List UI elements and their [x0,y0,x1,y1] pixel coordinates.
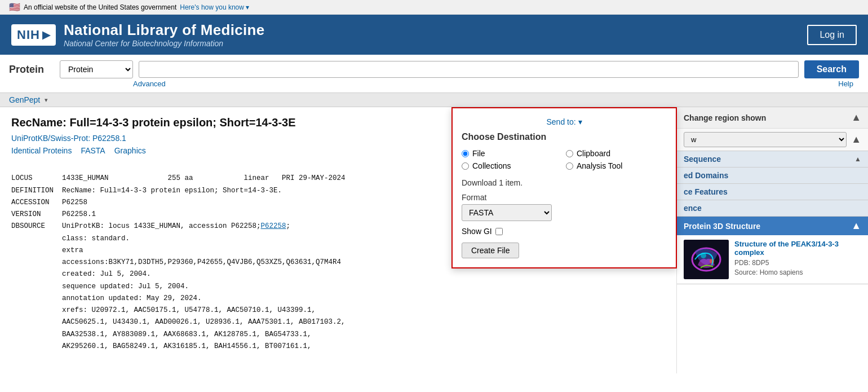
file-option[interactable]: File [462,149,563,158]
change-region-label: Change region shown [684,113,766,122]
file-label: File [472,149,485,158]
domains-section: ed Domains [677,168,868,184]
domains-section-title: ed Domains [684,171,728,180]
nih-logo[interactable]: NIH ▶ [11,24,56,46]
advanced-link[interactable]: Advanced [133,80,166,88]
nih-logo-text: NIH [17,28,40,42]
flag-icon: 🇺🇸 [9,2,20,12]
row-dropdown-collapse[interactable]: ▲ [851,134,861,146]
nih-logo-area: NIH ▶ National Library of Medicine Natio… [11,21,264,48]
change-region-collapse[interactable]: ▲ [851,112,861,124]
pdb-label: PDB: 8DP5 [734,258,861,268]
send-to-popup: Send to: ▾ Choose Destination File Clipb… [451,107,677,268]
domains-section-header[interactable]: ed Domains [677,168,868,183]
help-link[interactable]: Help [838,80,859,88]
row-dropdown-panel: w ▲ [677,129,868,151]
destination-options: File Clipboard Collections Analysis Tool [462,149,667,170]
search-button[interactable]: Search [804,60,859,78]
svg-point-3 [710,259,714,263]
show-gi-row: Show GI [462,227,667,236]
analysis-tool-option[interactable]: Analysis Tool [566,161,667,170]
sequence-section-header[interactable]: Sequence ▲ [677,151,868,167]
file-radio[interactable] [462,150,469,157]
ence-section-title: ence [684,204,702,213]
graphics-link[interactable]: Graphics [114,146,146,155]
show-gi-checkbox[interactable] [495,228,503,235]
ence-section-header[interactable]: ence [677,200,868,216]
clipboard-option[interactable]: Clipboard [566,149,667,158]
genpept-link[interactable]: GenPept [9,95,40,104]
right-sidebar: Send to: ▾ Choose Destination File Clipb… [676,107,868,373]
nih-arrow-icon: ▶ [42,29,50,41]
protein-3d-content: Structure of the PEAK3/14-3-3 complex PD… [677,235,868,284]
send-to-dropdown[interactable]: Send to: ▾ [462,117,667,126]
download-info: Download 1 item. [462,178,667,187]
search-input[interactable] [139,61,799,78]
features-section-title: ce Features [684,187,728,196]
analysis-tool-radio[interactable] [566,162,573,170]
create-file-button[interactable]: Create File [462,243,519,258]
genpept-dropdown-arrow: ▾ [45,96,48,104]
search-area: Protein Protein Search Advanced Help [0,55,868,93]
choose-dest-title: Choose Destination [462,132,667,142]
protein-3d-info: Structure of the PEAK3/14-3-3 complex PD… [734,240,861,279]
collections-radio[interactable] [462,162,469,170]
search-links: Advanced Help [9,78,859,90]
features-section-header[interactable]: ce Features [677,184,868,200]
fasta-link[interactable]: FASTA [81,146,105,155]
source-label: Source: Homo sapiens [734,268,861,278]
nih-header: NIH ▶ National Library of Medicine Natio… [0,15,868,55]
gov-banner-text: An official website of the United States… [24,3,176,11]
sequence-section-title: Sequence [684,155,721,164]
nih-subtitle: National Center for Biotechnology Inform… [64,39,265,48]
sub-header: GenPept ▾ [0,93,868,107]
gov-banner: 🇺🇸 An official website of the United Sta… [0,0,868,15]
nih-title: National Library of Medicine [64,21,265,39]
collections-label: Collections [472,161,511,170]
uniprot-link[interactable]: UniProtKB/Swiss-Prot: P62258.1 [11,134,126,143]
structure-link[interactable]: Structure of the PEAK3/14-3-3 complex [734,240,861,257]
dbsource-line1: DBSOURCE UniProtKB: locus 1433E_HUMAN, a… [11,222,261,230]
features-section: ce Features [677,184,868,200]
protein-thumbnail [684,240,729,279]
database-select[interactable]: Protein [60,60,133,78]
protein-3d-title: Protein 3D Structure [684,222,760,231]
format-label: Format [462,193,667,202]
p62258-link[interactable]: P62258 [261,222,286,230]
protein-3d-collapse[interactable]: ▲ [851,220,861,232]
how-you-know-link[interactable]: Here's how you know ▾ [180,3,249,11]
sequence-collapse-icon: ▲ [854,155,861,163]
login-button[interactable]: Log in [807,25,857,45]
identical-proteins-link[interactable]: Identical Proteins [11,146,72,155]
change-region-panel: Change region shown ▲ [677,107,868,129]
nih-title-area: National Library of Medicine National Ce… [64,21,265,48]
analysis-tool-label: Analysis Tool [577,161,622,170]
row-dropdown[interactable]: w [684,132,847,147]
search-row: Protein Protein Search [9,60,859,78]
protein-3d-header[interactable]: Protein 3D Structure ▲ [677,217,868,235]
clipboard-radio[interactable] [566,150,573,157]
clipboard-label: Clipboard [577,149,610,158]
show-gi-label: Show GI [462,227,492,236]
ence-section: ence [677,200,868,217]
collections-option[interactable]: Collections [462,161,563,170]
protein-label: Protein [9,64,54,76]
format-select[interactable]: FASTA GenPept Text XML [462,204,552,221]
main-content: RecName: Full=14-3-3 protein epsilon; Sh… [0,107,868,373]
protein-3d-section: Protein 3D Structure ▲ [677,217,868,284]
sequence-section: Sequence ▲ [677,151,868,168]
